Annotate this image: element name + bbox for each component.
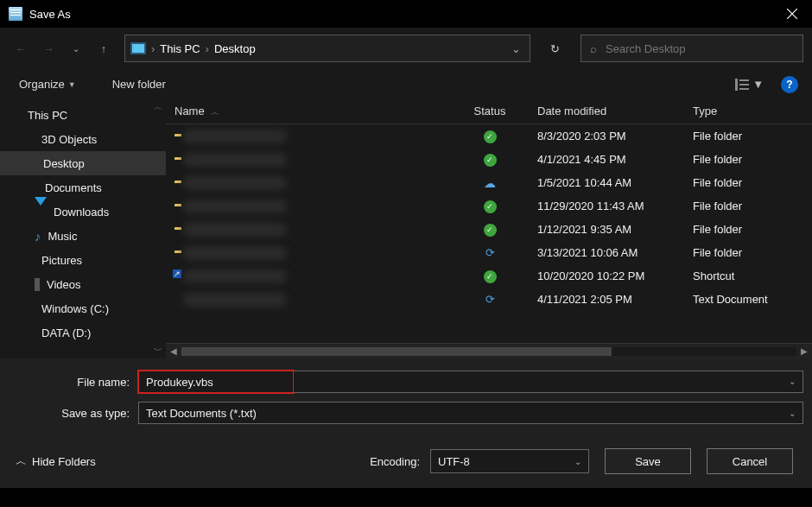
status-cell: ⟳ [442,293,529,306]
save-type-label: Save as type: [9,407,138,420]
save-type-value: Text Documents (*.txt) [146,407,257,420]
search-box[interactable]: ⌕ [580,35,803,62]
type-cell: File folder [684,200,812,212]
file-name-input[interactable]: Produkey.vbs [138,371,294,393]
sidebar-scroll-down[interactable]: ﹀ [154,345,162,357]
sidebar-item[interactable]: Desktop [0,151,166,175]
address-bar[interactable]: › This PC › Desktop ⌄ [124,35,530,62]
date-cell: 10/20/2020 10:22 PM [529,269,684,282]
new-folder-label: New folder [112,78,166,91]
date-cell: 1/12/2021 9:35 AM [529,223,684,236]
footer: ︿ Hide Folders Encoding: UTF-8 ⌄ Save Ca… [0,434,812,488]
file-name-redacted [183,130,287,143]
doc-icon [35,186,38,189]
cancel-button[interactable]: Cancel [707,448,793,474]
chevron-down-icon[interactable]: ⌄ [574,457,581,466]
scroll-left[interactable]: ◀ [166,346,181,356]
scroll-track[interactable] [181,347,796,356]
save-form: File name: Produkey.vbs ⌄ Save as type: … [0,358,812,434]
type-cell: File folder [684,246,812,259]
vid-icon [35,278,40,291]
up-button[interactable]: ↑ [92,36,116,60]
save-button[interactable]: Save [605,448,691,474]
encoding-select[interactable]: UTF-8 ⌄ [430,449,589,473]
file-name-redacted [183,200,287,213]
sidebar-item[interactable]: This PC [0,103,166,127]
sidebar-item[interactable]: Documents [0,175,166,200]
desk-icon [35,157,36,169]
chevron-right-icon[interactable]: › [206,42,209,55]
refresh-button[interactable]: ↻ [539,35,570,62]
file-rows: ✓8/3/2020 2:03 PMFile folder✓4/1/2021 4:… [166,124,812,343]
col-name[interactable]: Name ︿ [166,105,442,118]
breadcrumb-desktop[interactable]: Desktop [214,42,256,55]
recent-dropdown[interactable]: ⌄ [64,36,88,60]
search-icon: ⌕ [590,42,597,55]
sidebar-item-label: Music [48,230,78,243]
forward-button[interactable]: → [36,36,60,60]
horizontal-scrollbar[interactable]: ◀ ▶ [166,343,812,358]
dl-icon [35,206,47,219]
close-button[interactable] [772,0,812,28]
table-row[interactable]: ☁1/5/2021 10:44 AMFile folder [166,171,812,194]
toolbar: Organize ▼ New folder ▼ ? [0,69,812,99]
back-button[interactable]: ← [9,36,33,60]
organize-button[interactable]: Organize ▼ [14,74,81,94]
breadcrumb-this-pc[interactable]: This PC [160,42,200,55]
scroll-right[interactable]: ▶ [796,346,812,356]
svg-rect-3 [739,79,749,81]
file-pane: Name ︿ Status Date modified Type ✓8/3/20… [166,99,812,358]
status-cell: ✓ [442,129,529,143]
type-cell: File folder [684,176,812,189]
chevron-down-icon[interactable]: ⌄ [789,409,796,418]
encoding-label: Encoding: [370,455,420,468]
hide-folders-button[interactable]: ︿ Hide Folders [16,453,96,469]
file-name-dropdown[interactable]: ⌄ [789,377,796,386]
sidebar-item[interactable]: Pictures [0,248,166,272]
file-name-label: File name: [9,376,138,389]
scroll-thumb[interactable] [181,347,612,356]
table-row[interactable]: ✓8/3/2020 2:03 PMFile folder [166,124,812,148]
file-name-value: Produkey.vbs [146,376,213,389]
search-input[interactable] [606,42,794,55]
sidebar-item[interactable]: ♪Music [0,224,166,248]
table-row[interactable]: ⟳4/11/2021 2:05 PMText Document [166,288,812,311]
status-cell: ⟳ [442,246,529,259]
sidebar-item[interactable]: 3D Objects [0,127,166,151]
table-row[interactable]: ✓1/12/2021 9:35 AMFile folder [166,218,812,241]
new-folder-button[interactable]: New folder [107,74,171,94]
view-options-button[interactable]: ▼ [735,78,764,91]
date-cell: 3/13/2021 10:06 AM [529,246,684,259]
table-row[interactable]: ⟳3/13/2021 10:06 AMFile folder [166,241,812,264]
status-cell: ✓ [442,199,529,213]
date-cell: 11/29/2020 11:43 AM [529,200,684,212]
type-cell: File folder [684,153,812,166]
table-row[interactable]: ✓4/1/2021 4:45 PMFile folder [166,148,812,171]
sidebar-item[interactable]: Videos [0,272,166,296]
organize-label: Organize [19,78,65,91]
date-cell: 4/1/2021 4:45 PM [529,153,684,166]
sidebar-item[interactable]: Downloads [0,200,166,224]
sidebar-item[interactable]: DATA (D:) [0,320,166,345]
status-cell: ✓ [442,152,529,167]
address-dropdown[interactable]: ⌄ [508,42,524,55]
type-cell: File folder [684,130,812,143]
date-cell: 1/5/2021 10:44 AM [529,176,684,189]
col-type[interactable]: Type [684,105,812,118]
help-button[interactable]: ? [781,76,798,93]
type-cell: Shortcut [684,269,812,282]
sidebar-scroll-up[interactable]: ︿ [154,101,162,113]
file-name-redacted [183,246,287,260]
status-cell: ☁ [442,176,529,190]
save-type-select[interactable]: Text Documents (*.txt) ⌄ [138,402,803,424]
col-date[interactable]: Date modified [529,105,684,118]
chevron-right-icon[interactable]: › [151,42,155,55]
chevron-up-icon: ︿ [16,453,27,469]
table-row[interactable]: ✓10/20/2020 10:22 PMShortcut [166,264,812,288]
table-row[interactable]: ✓11/29/2020 11:43 AMFile folder [166,194,812,218]
file-name-redacted [183,293,287,307]
col-status[interactable]: Status [442,105,529,118]
pc-icon [17,109,21,121]
chevron-down-icon: ▼ [752,78,764,91]
sidebar-item[interactable]: Windows (C:) [0,296,166,320]
